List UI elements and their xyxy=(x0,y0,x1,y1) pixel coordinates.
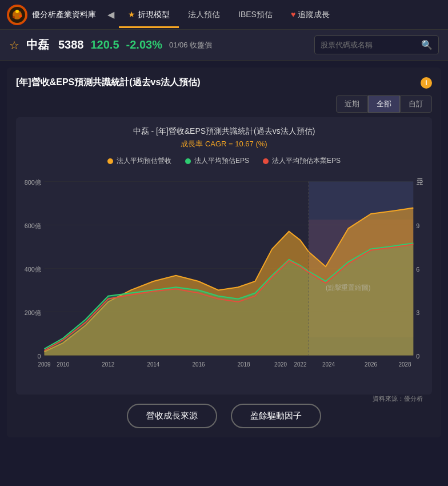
bottom-buttons: 營收成長來源 盈餘驅動因子 xyxy=(16,404,432,428)
stock-price: 120.5 xyxy=(91,38,119,51)
search-box[interactable]: 🔍 xyxy=(314,35,439,54)
stock-bar: ☆ 中磊 5388 120.5 -2.03% 01/06 收盤價 🔍 xyxy=(0,30,448,61)
svg-text:2020: 2020 xyxy=(274,361,287,368)
legend-label-eps: 法人平均預估EPS xyxy=(194,156,249,166)
search-icon[interactable]: 🔍 xyxy=(421,39,433,50)
revenue-growth-button[interactable]: 營收成長來源 xyxy=(127,404,217,428)
svg-text:2018: 2018 xyxy=(238,361,250,368)
main-nav: ★折現模型 法人預估 IBES預估 ♥追蹤成長 xyxy=(119,2,441,28)
legend-dot-revenue xyxy=(107,158,113,164)
stock-change: -2.03% xyxy=(126,38,162,51)
svg-text:800億: 800億 xyxy=(25,178,41,185)
svg-text:(點擊重置縮圖): (點擊重置縮圖) xyxy=(326,284,371,292)
legend-core-eps: 法人平均預估本業EPS xyxy=(263,156,341,166)
tab-ibes-estimate[interactable]: IBES預估 xyxy=(229,2,282,28)
app-logo xyxy=(7,5,27,25)
svg-text:200億: 200億 xyxy=(25,309,41,316)
svg-point-4 xyxy=(13,16,15,18)
chart-svg: 800億 600億 400億 200億 0 12 9 6 3 0 xyxy=(21,173,427,390)
chart-menu-icon[interactable]: ≡ xyxy=(417,175,423,187)
svg-text:600億: 600億 xyxy=(25,222,41,229)
legend-label-revenue: 法人平均預估營收 xyxy=(117,156,171,166)
app-header: 優分析產業資料庫 ◀ ★折現模型 法人預估 IBES預估 ♥追蹤成長 xyxy=(0,0,448,30)
chart-legend: 法人平均預估營收 法人平均預估EPS 法人平均預估本業EPS xyxy=(21,156,427,166)
nav-back-arrow[interactable]: ◀ xyxy=(103,9,119,20)
period-tab-recent[interactable]: 近期 xyxy=(336,95,368,113)
legend-revenue: 法人平均預估營收 xyxy=(107,156,171,166)
period-tabs: 近期 全部 自訂 xyxy=(16,95,432,113)
svg-text:9: 9 xyxy=(416,222,419,229)
legend-dot-core-eps xyxy=(263,158,269,164)
site-title: 優分析產業資料庫 xyxy=(32,10,96,20)
svg-text:2009: 2009 xyxy=(38,361,51,368)
svg-text:6: 6 xyxy=(416,265,419,272)
svg-text:2026: 2026 xyxy=(365,361,377,368)
stock-date: 01/06 收盤價 xyxy=(169,40,212,50)
svg-text:2024: 2024 xyxy=(322,361,335,368)
star-icon: ★ xyxy=(128,10,135,19)
tab-discount-model[interactable]: ★折現模型 xyxy=(119,2,179,28)
heart-icon: ♥ xyxy=(291,10,295,19)
chart-subtitle: 成長率 CAGR = 10.67 (%) xyxy=(21,139,427,149)
period-tab-custom[interactable]: 自訂 xyxy=(400,95,432,113)
chart-area[interactable]: ≡ 800億 600億 400億 200億 0 12 9 6 3 0 xyxy=(21,173,427,390)
search-input[interactable] xyxy=(321,41,417,49)
section-header: [年]營收&EPS預測共識統計(過去vs法人預估) i xyxy=(16,77,432,89)
period-tab-all[interactable]: 全部 xyxy=(368,95,400,113)
chart-wrapper: 中磊 - [年]營收&EPS預測共識統計(過去vs法人預估) 成長率 CAGR … xyxy=(16,117,432,395)
legend-eps: 法人平均預估EPS xyxy=(185,156,249,166)
svg-text:2016: 2016 xyxy=(193,361,205,368)
svg-text:3: 3 xyxy=(416,309,419,316)
svg-text:0: 0 xyxy=(416,352,419,359)
svg-text:2022: 2022 xyxy=(294,361,307,368)
chart-section: [年]營收&EPS預測共識統計(過去vs法人預估) i 近期 全部 自訂 中磊 … xyxy=(7,67,441,437)
stock-code: 5388 xyxy=(58,38,84,51)
svg-text:0: 0 xyxy=(38,352,41,359)
tab-track-growth[interactable]: ♥追蹤成長 xyxy=(282,2,339,28)
stock-name: 中磊 xyxy=(26,37,49,53)
svg-text:2028: 2028 xyxy=(398,361,411,368)
legend-dot-eps xyxy=(185,158,191,164)
svg-text:2014: 2014 xyxy=(147,361,159,368)
svg-point-2 xyxy=(15,10,19,13)
chart-title: 中磊 - [年]營收&EPS預測共識統計(過去vs法人預估) xyxy=(21,126,427,137)
svg-text:2012: 2012 xyxy=(102,361,114,368)
svg-point-3 xyxy=(19,14,22,17)
svg-text:400億: 400億 xyxy=(25,265,41,272)
legend-label-core-eps: 法人平均預估本業EPS xyxy=(272,156,341,166)
earnings-driver-button[interactable]: 盈餘驅動因子 xyxy=(231,404,321,428)
data-source: 資料來源：優分析 xyxy=(21,395,427,403)
watchlist-star[interactable]: ☆ xyxy=(9,38,19,52)
tab-analyst-estimate[interactable]: 法人預估 xyxy=(179,2,229,28)
section-title: [年]營收&EPS預測共識統計(過去vs法人預估) xyxy=(16,77,201,89)
svg-text:2010: 2010 xyxy=(57,361,69,368)
info-icon[interactable]: i xyxy=(421,77,432,89)
